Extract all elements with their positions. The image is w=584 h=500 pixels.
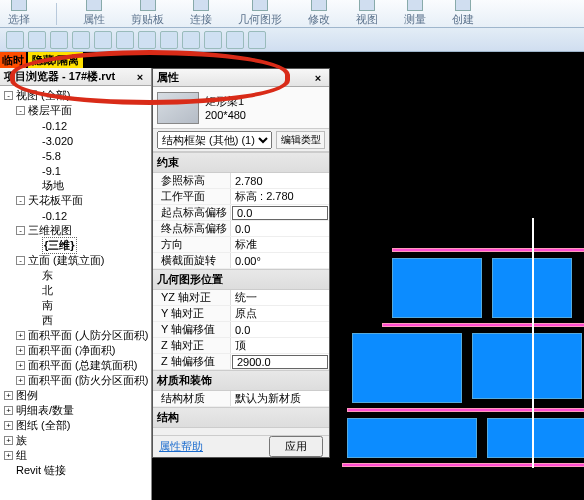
qat-button-5[interactable] [94, 31, 112, 49]
property-value[interactable]: 标高 : 2.780 [231, 189, 329, 204]
tree-item[interactable]: -5.8 [2, 148, 151, 163]
tree-item[interactable]: -视图 (全部) [2, 88, 151, 103]
expand-icon[interactable]: + [16, 376, 25, 385]
tree-item[interactable]: +面积平面 (净面积) [2, 343, 151, 358]
qat-button-9[interactable] [182, 31, 200, 49]
tree-item[interactable]: +面积平面 (防火分区面积) [2, 373, 151, 388]
tree-item[interactable]: -天花板平面 [2, 193, 151, 208]
property-row[interactable]: 横截面旋转0.00° [153, 253, 329, 269]
tree-item[interactable]: -0.12 [2, 208, 151, 223]
expand-icon[interactable]: + [16, 331, 25, 340]
property-section-header[interactable]: 材质和装饰 [153, 370, 329, 391]
close-icon[interactable]: × [311, 71, 325, 85]
project-browser-title[interactable]: 项目浏览器 - 17#楼.rvt × [0, 68, 151, 86]
property-row[interactable]: Y 轴偏移值0.0 [153, 322, 329, 338]
qat-button-1[interactable] [6, 31, 24, 49]
tree-item[interactable]: +面积平面 (人防分区面积) [2, 328, 151, 343]
property-row[interactable]: YZ 轴对正统一 [153, 290, 329, 306]
collapse-icon[interactable]: - [4, 91, 13, 100]
expand-icon[interactable]: + [4, 436, 13, 445]
tree-item[interactable]: +组 [2, 448, 151, 463]
expand-icon[interactable]: + [4, 421, 13, 430]
property-section-header[interactable]: 结构 [153, 407, 329, 428]
property-row[interactable]: 工作平面标高 : 2.780 [153, 189, 329, 205]
instance-selector[interactable]: 结构框架 (其他) (1) [157, 131, 272, 149]
property-row[interactable]: 方向标准 [153, 237, 329, 253]
ribbon-group-geometry[interactable]: 几何图形 [238, 0, 282, 27]
property-row[interactable]: 参照标高2.780 [153, 173, 329, 189]
qat-button-3[interactable] [50, 31, 68, 49]
property-row[interactable]: 起点标高偏移0.0 [153, 205, 329, 221]
qat-button-4[interactable] [72, 31, 90, 49]
expand-icon[interactable]: + [4, 451, 13, 460]
tree-item[interactable]: 西 [2, 313, 151, 328]
collapse-icon[interactable]: - [16, 106, 25, 115]
project-browser-tree[interactable]: -视图 (全部)-楼层平面-0.12-3.020-5.8-9.1场地-天花板平面… [0, 86, 151, 500]
tree-item[interactable]: +明细表/数量 [2, 403, 151, 418]
qat-button-11[interactable] [226, 31, 244, 49]
type-selector[interactable]: 矩形梁1 200*480 [153, 87, 329, 129]
tree-item[interactable]: +面积平面 (总建筑面积) [2, 358, 151, 373]
tree-item[interactable]: 南 [2, 298, 151, 313]
close-icon[interactable]: × [133, 70, 147, 84]
property-value[interactable]: 0.0 [231, 221, 329, 236]
tree-item[interactable]: {三维} [2, 238, 151, 253]
tree-item[interactable]: 北 [2, 283, 151, 298]
property-row[interactable]: 结构材质默认为新材质 [153, 391, 329, 407]
tree-item[interactable]: +图例 [2, 388, 151, 403]
qat-button-6[interactable] [116, 31, 134, 49]
tree-item[interactable]: 场地 [2, 178, 151, 193]
property-value[interactable]: 2900.0 [232, 355, 328, 369]
tree-item[interactable]: Revit 链接 [2, 463, 151, 478]
expand-icon[interactable]: + [16, 346, 25, 355]
edit-type-button[interactable]: 编辑类型 [276, 131, 325, 149]
tree-item[interactable]: -9.1 [2, 163, 151, 178]
property-value[interactable]: 默认为新材质 [231, 391, 329, 406]
property-value[interactable]: 0.00° [231, 253, 329, 268]
tree-item[interactable]: +族 [2, 433, 151, 448]
expand-icon[interactable]: + [16, 361, 25, 370]
ribbon-group-create[interactable]: 创建 [452, 0, 474, 27]
apply-button[interactable]: 应用 [269, 436, 323, 457]
properties-help-link[interactable]: 属性帮助 [159, 439, 203, 454]
tree-item[interactable]: -立面 (建筑立面) [2, 253, 151, 268]
tree-item[interactable]: -三维视图 [2, 223, 151, 238]
qat-button-8[interactable] [160, 31, 178, 49]
property-section-header[interactable]: 几何图形位置 [153, 269, 329, 290]
properties-body[interactable]: 约束参照标高2.780工作平面标高 : 2.780起点标高偏移0.0终点标高偏移… [153, 152, 329, 435]
property-value[interactable]: 原点 [231, 306, 329, 321]
ribbon-group-view[interactable]: 视图 [356, 0, 378, 27]
tree-item[interactable]: -0.12 [2, 118, 151, 133]
property-row[interactable]: Z 轴对正顶 [153, 338, 329, 354]
tree-item[interactable]: -楼层平面 [2, 103, 151, 118]
property-value[interactable]: 2.780 [231, 173, 329, 188]
property-row[interactable]: Z 轴偏移值2900.0 [153, 354, 329, 370]
qat-button-2[interactable] [28, 31, 46, 49]
property-value[interactable]: 顶 [231, 338, 329, 353]
qat-button-10[interactable] [204, 31, 222, 49]
ribbon-group-modify[interactable]: 修改 [308, 0, 330, 27]
ribbon-group-connect[interactable]: 连接 [190, 0, 212, 27]
ribbon-group-clipboard[interactable]: 剪贴板 [131, 0, 164, 27]
property-section-header[interactable]: 约束 [153, 152, 329, 173]
qat-button-7[interactable] [138, 31, 156, 49]
qat-button-12[interactable] [248, 31, 266, 49]
ribbon-group-measure[interactable]: 测量 [404, 0, 426, 27]
collapse-icon[interactable]: - [16, 256, 25, 265]
hide-isolate-button[interactable]: 隐藏/隔离 [28, 52, 83, 68]
collapse-icon[interactable]: - [16, 226, 25, 235]
ribbon-group-properties[interactable]: 属性 [83, 0, 105, 27]
expand-icon[interactable]: + [4, 406, 13, 415]
tree-item[interactable]: +图纸 (全部) [2, 418, 151, 433]
tree-item[interactable]: 东 [2, 268, 151, 283]
property-row[interactable]: 终点标高偏移0.0 [153, 221, 329, 237]
properties-title[interactable]: 属性 × [153, 69, 329, 87]
ribbon-group-select[interactable]: 选择 [8, 0, 30, 27]
property-row[interactable]: Y 轴对正原点 [153, 306, 329, 322]
property-value[interactable]: 0.0 [231, 322, 329, 337]
collapse-icon[interactable]: - [16, 196, 25, 205]
expand-icon[interactable]: + [4, 391, 13, 400]
property-value[interactable]: 统一 [231, 290, 329, 305]
tree-item[interactable]: -3.020 [2, 133, 151, 148]
property-value[interactable]: 0.0 [232, 206, 328, 220]
